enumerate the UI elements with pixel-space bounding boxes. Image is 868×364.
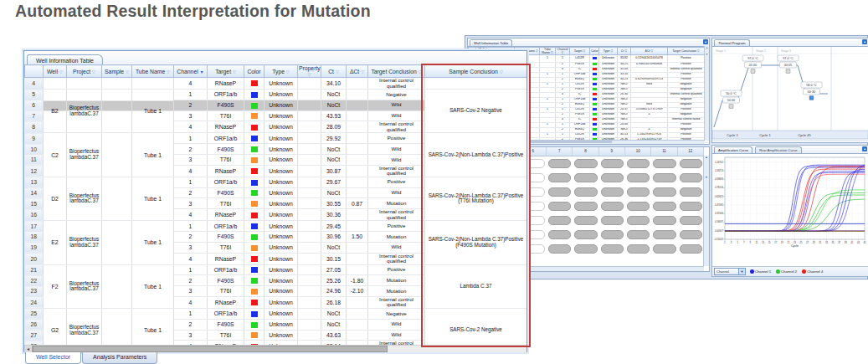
plate-well[interactable] [548,202,571,211]
tab-amplification-curve[interactable]: Amplification Curve [714,146,752,153]
mini-column-header[interactable]: Type ▽ [599,48,618,55]
column-header-sample[interactable]: Sample ▽ [102,65,132,78]
well-cell[interactable]: F2 [44,264,67,308]
filter-icon[interactable]: ▽ [126,69,129,74]
plate-well[interactable] [574,159,597,168]
mini-column-header[interactable]: Tube Name ▽ [540,48,556,55]
column-header--ct[interactable]: ΔCt ▽ [347,65,368,78]
filter-icon[interactable]: ▽ [308,72,311,77]
plate-well[interactable] [574,173,597,182]
scroll-left-button[interactable]: ◂ [24,346,33,352]
mini-column-header[interactable]: Target ▽ [570,48,590,55]
plate-well[interactable] [680,173,702,182]
mini-column-header[interactable]: Ct ▽ [618,48,631,55]
plate-well[interactable] [680,244,702,254]
plate-well[interactable] [627,202,650,211]
well-cell[interactable]: B2 [44,90,67,133]
project-cell[interactable]: Bioperfectus lambdaC.37 [67,177,102,220]
mini-vertical-scrollbar[interactable]: ▲▼ [704,46,709,141]
legend-item[interactable]: Channel 1 [750,269,771,274]
filter-icon[interactable]: ▽ [233,69,236,74]
plate-well[interactable] [574,202,597,211]
column-header-well[interactable]: Well ▽ [44,65,67,78]
column-header-project[interactable]: Project ▽ [67,65,102,78]
column-header-ct[interactable]: Ct ▽ [321,65,347,78]
tube-cell[interactable] [132,78,174,90]
project-cell[interactable] [67,78,102,90]
column-header-target[interactable]: Target ▽ [208,65,244,78]
channel-dropdown[interactable]: Channel [714,268,739,275]
plate-well[interactable] [627,159,650,168]
plate-well[interactable] [574,187,597,197]
plate-vertical-scrollbar[interactable]: ▲▼ [703,156,709,266]
tube-cell[interactable]: Tube 1 [132,264,174,308]
column-header-tube-name[interactable]: Tube Name ▽ [132,65,174,78]
sample-cell[interactable] [102,221,132,264]
plate-well[interactable] [601,202,624,211]
tube-cell[interactable]: Tube 1 [132,133,174,177]
tube-cell[interactable]: Tube 1 [132,177,174,220]
plate-well[interactable] [680,216,702,225]
mini-column-header[interactable]: ΔCt ▽ [631,48,668,55]
well-cell[interactable]: E2 [44,221,67,264]
plate-well[interactable] [574,216,597,225]
tube-cell[interactable]: Tube 1 [132,221,174,264]
plate-well[interactable] [653,202,675,211]
plate-well[interactable] [627,216,650,225]
sample-cell[interactable] [102,90,132,133]
project-cell[interactable]: Bioperfectus lambdaC.37 [67,308,102,345]
plate-well[interactable] [627,244,650,254]
project-cell[interactable]: Bioperfectus lambdaC.37 [67,133,102,177]
sample-cell[interactable] [102,78,132,90]
plate-well[interactable] [627,173,650,182]
column-header-target-conclusion[interactable]: Target Conclusion ▽ [368,65,425,78]
tube-cell[interactable]: Tube 1 [132,308,174,345]
tab-analysis-parameters[interactable]: Analysis Parameters [82,352,157,364]
mini-column-header[interactable]: Target Conclusion ▽ [668,48,705,55]
plate-well[interactable] [601,244,624,254]
tube-cell[interactable]: Tube 1 [132,90,174,133]
filter-icon[interactable]: ▽ [336,69,339,74]
plate-well[interactable] [574,230,597,239]
project-cell[interactable]: Bioperfectus lambdaC.37 [67,90,102,133]
filter-icon[interactable]: ▽ [92,69,95,74]
plate-well[interactable] [627,230,650,239]
tab-thermal-program[interactable]: Thermal Program [714,39,750,46]
well-cell[interactable]: C2 [44,133,67,177]
panel-pin-icon[interactable]: ▴ [862,39,867,44]
plate-well[interactable] [680,159,702,168]
column-header-type[interactable]: Type ▽ [265,65,298,78]
tab-raw-amplification-curve[interactable]: Raw Amplification Curve [755,146,801,153]
plate-well[interactable] [601,173,624,182]
plate-well[interactable] [548,173,571,182]
plate-well[interactable] [627,187,650,197]
tab-well-selector[interactable]: Well Selector [25,352,81,364]
plate-well[interactable] [548,187,571,197]
plate-well[interactable] [680,202,702,211]
column-header-color[interactable]: Color [244,65,265,78]
legend-item[interactable]: Channel 4 [802,269,823,274]
plate-well[interactable] [653,244,675,254]
plate-well[interactable] [653,159,675,168]
filter-icon[interactable]: ▼ [200,69,204,74]
plate-well[interactable] [653,187,675,197]
plate-well[interactable] [548,159,571,168]
filter-icon[interactable]: ▽ [361,69,364,74]
sample-cell[interactable] [102,133,132,177]
plate-well[interactable] [601,216,624,225]
column-header-property[interactable]: Property ▽ [298,65,321,78]
plate-well[interactable] [680,230,702,239]
mini-column-header[interactable]: Channel ▽ [556,48,570,55]
sample-cell[interactable] [102,308,132,345]
mini-column-header[interactable]: Color [590,48,599,55]
project-cell[interactable]: Bioperfectus lambdaC.37 [67,264,102,308]
plate-well[interactable] [548,216,571,225]
sample-cell[interactable] [102,264,132,308]
plate-well[interactable] [601,187,624,197]
column-header-channel[interactable]: Channel ▼ [174,65,208,78]
plate-well[interactable] [548,230,571,239]
plate-well[interactable] [680,187,702,197]
plate-well[interactable] [653,173,675,182]
project-cell[interactable]: Bioperfectus lambdaC.37 [67,221,102,264]
sample-cell[interactable] [102,177,132,220]
